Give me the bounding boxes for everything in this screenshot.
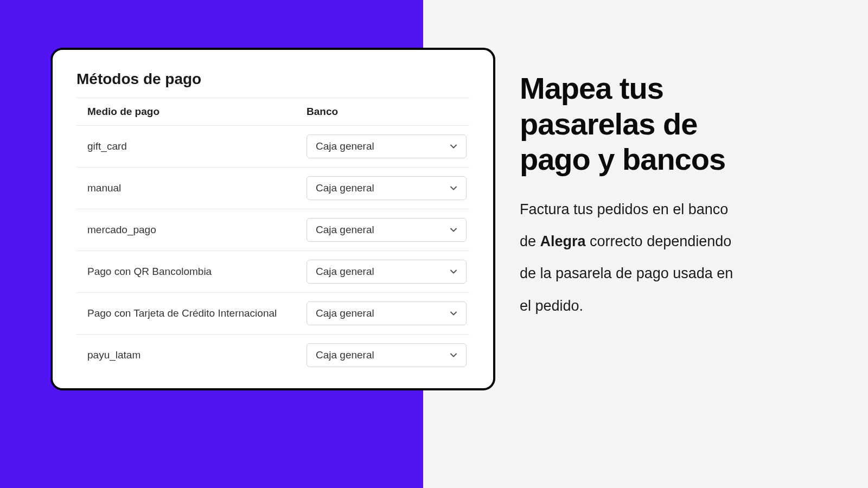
payment-method-label: Pago con Tarjeta de Crédito Internaciona… xyxy=(87,307,307,319)
chevron-down-icon xyxy=(450,184,457,192)
bank-select-value: Caja general xyxy=(316,266,374,278)
card-title: Métodos de pago xyxy=(76,70,469,98)
bank-select[interactable]: Caja general xyxy=(307,301,467,325)
chevron-down-icon xyxy=(450,310,457,317)
bank-select[interactable]: Caja general xyxy=(307,218,467,242)
payment-method-label: manual xyxy=(87,182,307,194)
bank-select-value: Caja general xyxy=(316,140,374,152)
payment-method-label: mercado_pago xyxy=(87,224,307,236)
bank-select-value: Caja general xyxy=(316,349,374,361)
chevron-down-icon xyxy=(450,268,457,275)
description-panel: Mapea tus pasarelas de pago y bancos Fac… xyxy=(520,70,748,322)
table-row: Pago con Tarjeta de Crédito Internaciona… xyxy=(76,293,469,335)
payment-method-label: gift_card xyxy=(87,140,307,152)
headline-text: Mapea tus pasarelas de pago y bancos xyxy=(520,70,748,177)
bank-select-value: Caja general xyxy=(316,182,374,194)
payment-method-label: Pago con QR Bancolombia xyxy=(87,266,307,278)
table-row: gift_card Caja general xyxy=(76,126,469,168)
bank-select[interactable]: Caja general xyxy=(307,134,467,158)
table-row: manual Caja general xyxy=(76,168,469,209)
bank-select[interactable]: Caja general xyxy=(307,176,467,200)
payment-methods-card: Métodos de pago Medio de pago Banco gift… xyxy=(50,48,495,390)
chevron-down-icon xyxy=(450,351,457,359)
bank-select-value: Caja general xyxy=(316,307,374,319)
chevron-down-icon xyxy=(450,226,457,234)
table-row: Pago con QR Bancolombia Caja general xyxy=(76,251,469,293)
column-header-bank: Banco xyxy=(307,106,469,118)
chevron-down-icon xyxy=(450,143,457,150)
body-text: Factura tus pedidos en el banco de Alegr… xyxy=(520,194,748,323)
table-row: payu_latam Caja general xyxy=(76,335,469,376)
table-header-row: Medio de pago Banco xyxy=(76,98,469,126)
table-row: mercado_pago Caja general xyxy=(76,209,469,251)
body-text-bold: Alegra xyxy=(540,233,586,249)
column-header-method: Medio de pago xyxy=(87,106,307,118)
bank-select-value: Caja general xyxy=(316,224,374,236)
bank-select[interactable]: Caja general xyxy=(307,343,467,367)
payment-method-label: payu_latam xyxy=(87,349,307,361)
bank-select[interactable]: Caja general xyxy=(307,260,467,284)
